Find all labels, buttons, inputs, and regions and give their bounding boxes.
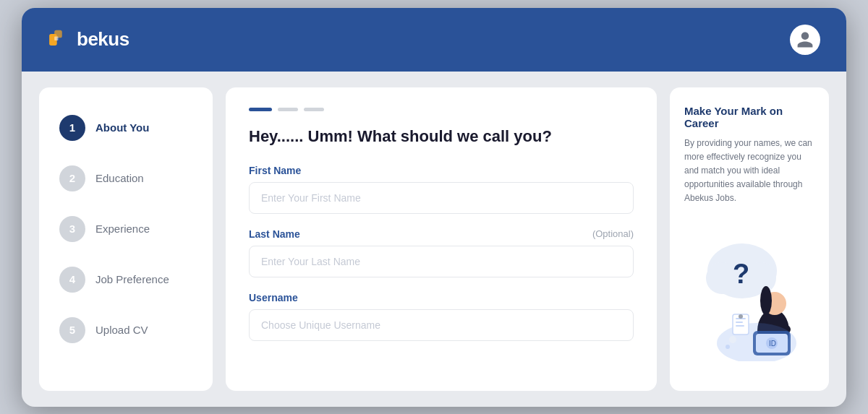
- svg-rect-21: [736, 325, 744, 327]
- progress-indicator: [249, 108, 634, 111]
- step-circle-3: 3: [59, 216, 85, 242]
- sidebar-item-job-preference[interactable]: 4 Job Preference: [52, 256, 200, 303]
- username-label: Username: [249, 292, 298, 303]
- step-circle-1: 1: [59, 115, 85, 141]
- svg-point-16: [729, 336, 736, 343]
- first-name-input[interactable]: [249, 182, 634, 214]
- progress-dot-3: [304, 108, 324, 111]
- svg-point-22: [739, 314, 743, 319]
- first-name-field-group: First Name: [249, 165, 634, 214]
- sidebar-item-experience[interactable]: 3 Experience: [52, 206, 200, 252]
- step-circle-2: 2: [59, 165, 85, 191]
- step-circle-5: 5: [59, 317, 85, 343]
- top-bar: bekus: [22, 8, 846, 72]
- username-input[interactable]: [249, 309, 634, 341]
- optional-badge: (Optional): [592, 228, 634, 239]
- step-label-5: Upload CV: [95, 324, 148, 336]
- illustration: ? ID: [684, 220, 814, 373]
- svg-rect-20: [736, 322, 743, 323]
- form-panel: Hey...... Umm! What should we call you? …: [226, 87, 657, 391]
- logo: bekus: [48, 28, 129, 51]
- username-field-group: Username: [249, 292, 634, 341]
- logo-text: bekus: [77, 28, 129, 51]
- svg-rect-2: [54, 36, 58, 40]
- user-icon: [796, 30, 814, 49]
- step-label-4: Job Preference: [95, 273, 169, 285]
- sidebar-item-upload-cv[interactable]: 5 Upload CV: [52, 307, 200, 353]
- last-name-label: Last Name: [249, 228, 300, 240]
- avatar-button[interactable]: [790, 25, 820, 55]
- info-description: By providing your names, we can more eff…: [684, 137, 814, 206]
- step-label-2: Education: [95, 172, 144, 184]
- sidebar-item-education[interactable]: 2 Education: [52, 155, 200, 202]
- sidebar: 1 About You 2 Education 3 Experience 4 J…: [39, 87, 213, 391]
- logo-icon: [48, 29, 74, 51]
- device-frame: bekus 1 About You 2 Education 3 Experien…: [22, 8, 846, 407]
- step-label-3: Experience: [95, 223, 150, 235]
- svg-point-9: [760, 286, 772, 315]
- svg-text:?: ?: [733, 259, 749, 289]
- progress-dot-1: [249, 108, 272, 111]
- career-illustration: ? ID: [688, 231, 811, 361]
- first-name-label: First Name: [249, 165, 301, 176]
- info-panel: Make Your Mark on Career By providing yo…: [670, 87, 829, 391]
- step-circle-4: 4: [59, 267, 85, 293]
- progress-dot-2: [278, 108, 298, 111]
- form-heading: Hey...... Umm! What should we call you?: [249, 127, 634, 146]
- step-label-1: About You: [95, 121, 149, 134]
- svg-point-17: [726, 345, 730, 349]
- last-name-input[interactable]: [249, 246, 634, 277]
- main-content: 1 About You 2 Education 3 Experience 4 J…: [22, 72, 846, 407]
- last-name-field-group: Last Name (Optional): [249, 228, 634, 277]
- sidebar-item-about-you[interactable]: 1 About You: [52, 105, 200, 151]
- info-title: Make Your Mark on Career: [684, 105, 814, 129]
